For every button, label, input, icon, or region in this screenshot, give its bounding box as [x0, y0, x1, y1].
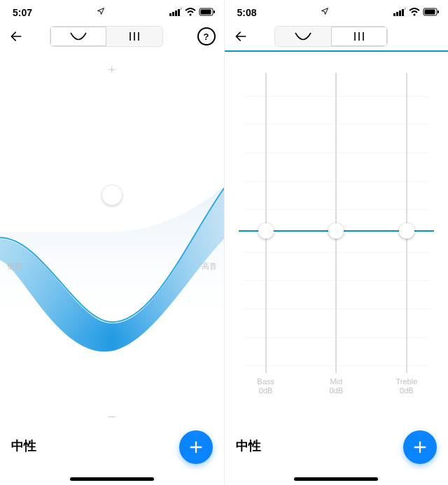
back-button[interactable] [7, 27, 25, 45]
preset-name[interactable]: 中性 [236, 437, 261, 454]
header-bar [225, 22, 449, 50]
svg-rect-12 [393, 13, 396, 16]
battery-icon [423, 7, 440, 18]
toggle-sliders[interactable] [106, 27, 162, 46]
location-icon [321, 6, 329, 17]
signal-icon: ! [169, 7, 182, 18]
svg-rect-2 [175, 10, 177, 16]
toggle-wave[interactable] [275, 27, 331, 46]
label-low-freq: 低音 [7, 261, 22, 272]
svg-rect-3 [178, 9, 180, 16]
view-toggle [50, 27, 162, 46]
slider-label-treble: Treble0dB [396, 377, 418, 395]
svg-text:!: ! [181, 8, 182, 10]
home-indicator [70, 477, 154, 481]
sliders-canvas: Bass0dB Mid0dB Treble0dB [225, 53, 449, 408]
status-bar: 5:07 ! [0, 0, 224, 22]
wave-canvas[interactable]: + 低音 高音 [0, 56, 224, 422]
slider-thumb-treble[interactable] [399, 223, 414, 239]
wave-drag-handle[interactable] [102, 185, 122, 205]
svg-rect-13 [396, 12, 398, 16]
slider-label-bass: Bass0dB [257, 377, 274, 395]
location-icon [97, 6, 105, 17]
status-bar: 5:08 ! [225, 0, 449, 22]
svg-rect-15 [402, 9, 404, 16]
status-time: 5:07 [13, 7, 32, 18]
bottom-bar: 中性 [225, 425, 449, 467]
slider-thumb-mid[interactable] [328, 223, 344, 239]
home-indicator [294, 477, 378, 481]
add-preset-button[interactable] [179, 430, 213, 464]
header-bar: ? [0, 22, 224, 50]
svg-rect-1 [172, 12, 174, 16]
pane-wave-eq: 5:07 ! [0, 0, 225, 485]
slider-label-mid: Mid0dB [329, 377, 343, 395]
wifi-icon [185, 7, 196, 18]
svg-text:!: ! [405, 8, 406, 10]
battery-icon [199, 7, 216, 18]
header-accent-line [225, 50, 449, 52]
toggle-wave[interactable] [50, 27, 106, 46]
svg-rect-7 [200, 10, 211, 15]
add-preset-button[interactable] [403, 430, 437, 464]
svg-rect-19 [425, 10, 435, 15]
svg-rect-0 [169, 13, 172, 16]
label-high-freq: 高音 [202, 261, 217, 272]
help-button[interactable]: ? [197, 27, 216, 45]
wifi-icon [409, 7, 420, 18]
svg-rect-20 [438, 10, 439, 13]
svg-point-17 [414, 14, 416, 16]
pane-slider-eq: 5:08 ! [225, 0, 449, 485]
slider-thumb-bass[interactable] [258, 223, 274, 239]
bottom-bar: 中性 [0, 425, 224, 467]
preset-name[interactable]: 中性 [11, 437, 36, 454]
view-toggle [275, 27, 387, 46]
signal-icon: ! [393, 7, 406, 18]
toggle-sliders[interactable] [331, 27, 387, 46]
svg-rect-8 [214, 10, 215, 13]
svg-point-5 [189, 14, 191, 16]
scale-minus-icon: – [108, 409, 115, 423]
status-time: 5:08 [237, 7, 257, 18]
svg-rect-14 [399, 10, 401, 16]
back-button[interactable] [232, 27, 250, 45]
